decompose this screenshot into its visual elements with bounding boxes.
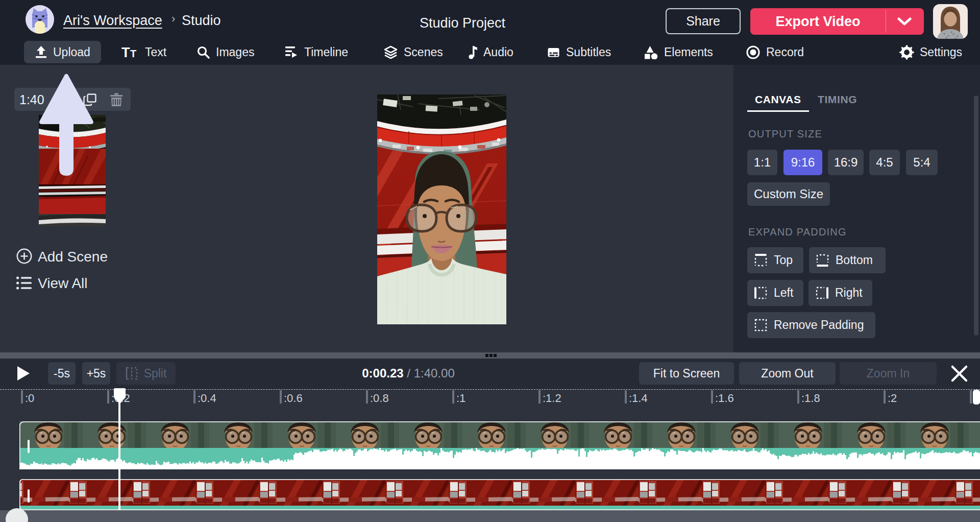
svg-text:T: T — [130, 48, 136, 59]
svg-text:T: T — [121, 45, 130, 59]
